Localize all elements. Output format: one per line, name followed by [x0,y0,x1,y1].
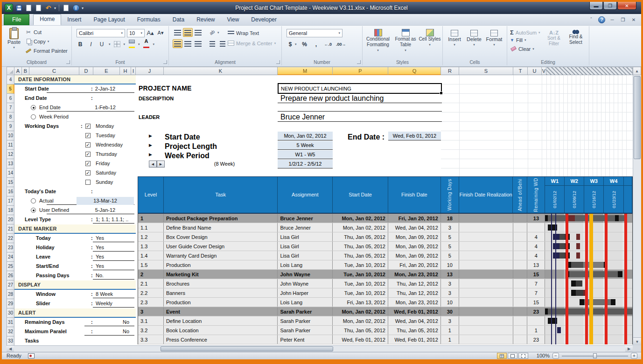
tab-data[interactable]: Data [167,15,190,25]
radio-end-date[interactable] [31,105,36,110]
cell-wd[interactable]: 5 [441,232,459,241]
cell-level[interactable]: 1.1 [138,223,164,232]
row-header-16[interactable]: 16 [7,187,14,196]
cell-wd[interactable]: 3 [441,316,459,325]
cell-fdr[interactable] [459,223,513,232]
column-header-J[interactable]: J [136,67,164,75]
table-row-3.1[interactable]: 3.1Define LocationSarah ParkerMon, Jan 0… [138,316,632,326]
comma-button[interactable]: , [313,40,320,48]
alignment-dialog-launcher-icon[interactable] [276,60,280,64]
cell-assignment[interactable]: John Wayne [278,270,333,279]
row-header-28[interactable]: 28 [7,290,14,299]
cell-assignment[interactable]: Sarah Parker [278,316,333,325]
find-select-button[interactable]: Find & Select [565,30,587,45]
row-header-4[interactable]: 4 [7,75,14,84]
cell-finish[interactable]: Mon, Jan 09, 2012 [388,251,441,260]
clipboard-dialog-launcher-icon[interactable] [66,60,70,64]
column-header-I[interactable]: I [131,67,136,75]
autosum-button[interactable]: Σ AutoSum ▾ [510,29,540,36]
cell-rwd[interactable]: 4 [527,232,545,241]
percent-button[interactable]: % [301,40,308,48]
cell-rwd[interactable]: 15 [527,270,545,279]
cell-task[interactable]: Product Package Preparation [164,214,278,223]
cell-ab[interactable] [513,307,528,316]
cell-level[interactable]: 2.2 [138,288,164,297]
cell-task[interactable]: Event [164,307,278,316]
row-header-25[interactable]: 25 [7,262,14,271]
cell-wd[interactable]: 1 [441,335,459,344]
cell-fdr[interactable] [459,251,513,260]
cell-wd[interactable]: 3 [441,279,459,288]
cell-ab[interactable] [513,242,528,251]
insert-cells-button[interactable]: Insert ▾ [445,30,464,48]
table-row-2[interactable]: 2Marketing KitJohn WayneTue, Jan 10, 201… [138,270,632,279]
table-row-3[interactable]: 3EventSarah ParkerMon, Jan 02, 2012Wed, … [138,307,632,316]
cut-button[interactable]: ✂ Cut [25,29,42,35]
cell-fdr[interactable] [459,260,513,269]
orientation-dropdown-icon[interactable]: ▾ [217,31,219,35]
cell-task[interactable]: Brochures [164,279,278,288]
currency-button[interactable]: $ [287,40,294,48]
align-left-button[interactable] [173,39,182,48]
zoom-out-button[interactable]: − [552,353,559,359]
cell-assignment[interactable]: Sarah Parker [278,307,333,316]
cell-level[interactable]: 1.3 [138,242,164,251]
new-document-icon[interactable] [25,4,33,12]
cell-ab[interactable] [513,270,528,279]
page-layout-view-button[interactable] [508,353,517,359]
cell-wd[interactable]: 1 [441,326,459,335]
cell-wd[interactable]: 30 [441,307,459,316]
row-header-29[interactable]: 29 [7,299,14,308]
field-value[interactable]: 5-Jan-12 [77,207,134,213]
checkbox-friday[interactable]: ✓ [85,161,91,166]
cell-task[interactable]: Marketing Kit [164,270,278,279]
format-painter-button[interactable]: Format Painter [25,48,68,54]
cell-ab[interactable] [513,335,528,344]
table-row-2.3[interactable]: 2.3ProductionLois LangFri, Jan 13, 2012M… [138,298,632,307]
column-header-M[interactable]: M [278,67,333,75]
header-assignment[interactable]: Assignment [278,177,333,213]
column-header-Q[interactable]: Q [388,67,441,75]
radio-actual[interactable] [31,198,36,203]
undo-dropdown-icon[interactable]: ▾ [54,6,56,10]
column-header-R[interactable]: R [441,67,459,75]
spinner-left-button[interactable]: ◀ [149,161,157,168]
cell-finish[interactable]: Mon, Jan 09, 2012 [388,232,441,241]
row-header-32[interactable]: 32 [7,327,14,336]
field-value[interactable]: No [123,319,129,325]
cell-finish[interactable]: Wed, Feb 01, 2012 [388,307,441,316]
cell-start[interactable]: Thu, Jan 05, 2012 [333,232,388,241]
window-range-value[interactable]: 1/2/12 - 2/5/12 [278,160,333,168]
table-row-1.3[interactable]: 1.3User Guide Cover DesignLisa GirlThu, … [138,242,632,251]
copy-button[interactable]: Copy ▾ [25,38,49,44]
align-bottom-button[interactable] [193,28,203,37]
cell-start[interactable]: Tue, Jan 10, 2012 [333,260,388,269]
row-header-10[interactable]: 10 [7,131,14,140]
workbook-close-icon[interactable]: ✕ [630,16,637,23]
excel-logo-icon[interactable]: X [5,4,13,12]
cell-task[interactable]: Book Location [164,326,278,335]
number-dialog-launcher-icon[interactable] [357,60,361,64]
font-name-select[interactable]: Calibri▾ [77,29,125,37]
cell-rwd[interactable] [527,316,545,325]
cell-ab[interactable] [513,316,528,325]
clear-button[interactable]: Clear ▾ [510,46,534,52]
fill-color-icon[interactable] [128,41,135,47]
cell-wd[interactable]: 3 [441,223,459,232]
project-length-value[interactable]: 5 Week [278,141,333,150]
row-header-20[interactable]: 20 [7,215,14,224]
select-all-corner[interactable] [7,67,14,75]
header-finish[interactable]: Finish Date [388,177,441,213]
row-header-5[interactable]: 5 [7,84,14,94]
fill-button[interactable]: ▼ Fill ▾ [510,37,526,43]
cell-level[interactable]: 3.2 [138,326,164,335]
row-header-12[interactable]: 12 [7,150,14,159]
cell-ab[interactable] [513,288,528,297]
row-header-17[interactable]: 17 [7,196,14,206]
column-header-E[interactable]: E [93,67,120,75]
font-color-icon[interactable]: A [143,41,150,47]
cell-start[interactable]: Tue, Jan 10, 2012 [333,288,388,297]
row-header-31[interactable]: 31 [7,318,14,327]
table-row-2.1[interactable]: 2.1BrochuresJohn WayneTue, Jan 10, 2012T… [138,279,632,288]
row-header-8[interactable]: 8 [7,112,14,122]
